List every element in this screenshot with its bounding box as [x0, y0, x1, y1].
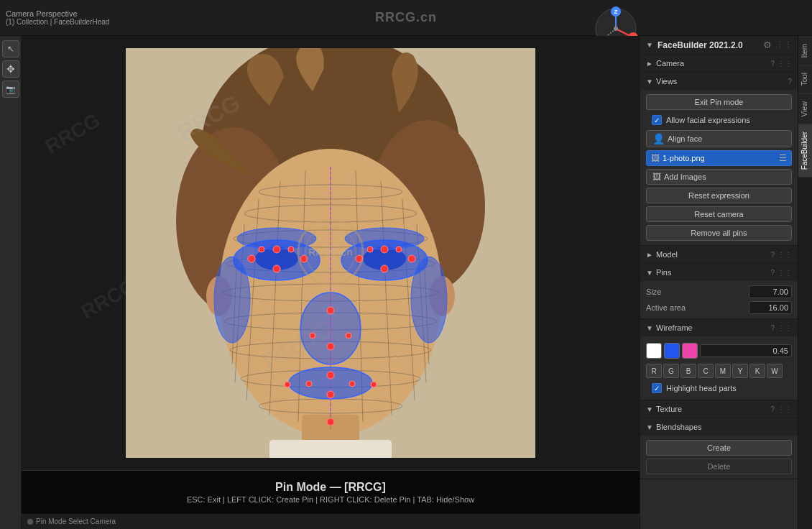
top-bar: Camera Perspective (1) Collection | Face… — [0, 0, 812, 36]
viewport: RRCG RRCG — [22, 36, 640, 529]
svg-point-45 — [289, 367, 372, 399]
pins-label: Pins — [656, 268, 767, 277]
views-header[interactable]: ▼ Views ? — [640, 73, 798, 90]
camera-header[interactable]: ► Camera ? ⋮⋮ — [640, 55, 798, 72]
svg-rect-14 — [302, 415, 359, 458]
panel-title: FaceBuilder 2021.2.0 — [658, 40, 759, 50]
alpha-input[interactable] — [700, 344, 792, 357]
svg-point-38 — [234, 240, 320, 280]
svg-rect-15 — [269, 440, 392, 458]
color-swatch-white[interactable] — [646, 343, 662, 359]
panel-dots-icon[interactable]: ⋮⋮ — [776, 40, 792, 50]
views-arrow-icon: ▼ — [646, 78, 653, 86]
channel-g[interactable]: G — [663, 364, 679, 378]
face-image-container: RRCG RRCG — [22, 36, 640, 470]
blendshapes-header[interactable]: ▼ Blendshapes — [640, 418, 798, 436]
svg-line-24 — [356, 170, 363, 422]
camera-dots-icon: ⋮⋮ — [778, 60, 792, 68]
person-icon: 👤 — [652, 133, 665, 144]
vtab-facebuilder[interactable]: FaceBuilder — [798, 124, 812, 177]
image-row[interactable]: 🖼 1-photo.png ☰ — [646, 150, 792, 166]
texture-header[interactable]: ▼ Texture ? ⋮⋮ — [640, 400, 798, 418]
viewport-canvas: RRCG RRCG — [22, 36, 640, 470]
active-area-label: Active area — [646, 301, 746, 314]
channel-m[interactable]: M — [715, 364, 731, 378]
svg-point-71 — [327, 418, 334, 426]
image-menu-icon[interactable]: ☰ — [779, 153, 787, 163]
svg-line-26 — [402, 199, 415, 400]
face-mockup[interactable]: RRCG RRCG — [126, 48, 535, 458]
camera-section: ► Camera ? ⋮⋮ — [640, 55, 798, 73]
delete-blendshape-button[interactable]: Delete — [646, 459, 792, 474]
svg-point-42 — [237, 228, 316, 249]
texture-help-icon[interactable]: ? — [770, 405, 775, 413]
svg-point-29 — [259, 185, 402, 199]
pins-header[interactable]: ▼ Pins ? ⋮⋮ — [640, 264, 798, 281]
wireframe-help-icon[interactable]: ? — [770, 324, 775, 332]
channel-k[interactable]: K — [749, 364, 765, 378]
svg-point-70 — [285, 382, 290, 387]
channel-b[interactable]: B — [680, 364, 696, 378]
svg-point-31 — [234, 230, 428, 247]
create-blendshape-button[interactable]: Create — [646, 440, 792, 456]
svg-point-33 — [223, 284, 438, 301]
svg-point-53 — [259, 247, 264, 252]
model-section: ► Model ? ⋮⋮ — [640, 246, 798, 264]
svg-line-21 — [246, 199, 259, 400]
wireframe-header[interactable]: ▼ Wireframe ? ⋮⋮ — [640, 319, 798, 336]
color-row — [646, 341, 792, 361]
wireframe-section: ▼ Wireframe ? ⋮⋮ R G B C M Y — [640, 319, 798, 400]
svg-point-40 — [255, 247, 298, 270]
color-swatch-blue[interactable] — [664, 343, 680, 359]
status-bar: Pin Mode Select Camera — [22, 513, 640, 529]
panel-collapse-arrow[interactable]: ▼ — [646, 41, 653, 49]
views-help-icon[interactable]: ? — [788, 78, 792, 86]
cursor-tool[interactable]: ↖ — [2, 40, 19, 58]
vtab-item[interactable]: Item — [798, 36, 812, 65]
vtab-view[interactable]: View — [798, 93, 812, 124]
svg-line-20 — [269, 181, 280, 415]
gear-icon[interactable]: ⚙ — [763, 40, 772, 50]
channel-c[interactable]: C — [698, 364, 714, 378]
channel-r[interactable]: R — [646, 364, 662, 378]
vtab-tool[interactable]: Tool — [798, 65, 812, 93]
svg-point-46 — [214, 257, 250, 343]
texture-section: ▼ Texture ? ⋮⋮ — [640, 400, 798, 418]
pins-dots-icon: ⋮⋮ — [778, 269, 792, 277]
allow-facial-expressions-checkbox[interactable] — [652, 115, 662, 125]
model-help-icon[interactable]: ? — [770, 251, 775, 259]
blendshapes-content: Create Delete — [640, 436, 798, 479]
reset-expression-button[interactable]: Reset expression — [646, 188, 792, 203]
pins-section: ▼ Pins ? ⋮⋮ Size Active area — [640, 264, 798, 319]
color-swatch-pink[interactable] — [682, 343, 698, 359]
align-face-button[interactable]: Align face — [668, 134, 785, 143]
wireframe-label: Wireframe — [656, 323, 767, 332]
svg-line-23 — [232, 253, 237, 364]
svg-text:RRCG: RRCG — [258, 313, 338, 377]
remove-all-pins-button[interactable]: Remove all pins — [646, 225, 792, 241]
size-row: Size — [646, 285, 792, 298]
watermark-top: RRCG.cn — [375, 10, 437, 25]
channel-y[interactable]: Y — [732, 364, 748, 378]
camera-tool[interactable]: 📷 — [2, 80, 19, 98]
exit-pin-mode-button[interactable]: Exit Pin mode — [646, 94, 792, 110]
svg-point-37 — [259, 399, 402, 413]
svg-point-47 — [411, 257, 447, 343]
pins-help-icon[interactable]: ? — [770, 269, 775, 277]
blendshapes-arrow-icon: ▼ — [646, 423, 653, 431]
model-header[interactable]: ► Model ? ⋮⋮ — [640, 246, 798, 263]
move-tool[interactable]: ✥ — [2, 60, 19, 78]
reset-camera-button[interactable]: Reset camera — [646, 206, 792, 222]
svg-point-64 — [327, 343, 334, 350]
svg-point-60 — [396, 247, 402, 252]
svg-point-63 — [346, 333, 351, 339]
active-area-input[interactable] — [749, 301, 792, 314]
camera-help-icon[interactable]: ? — [770, 60, 775, 68]
size-input[interactable] — [749, 285, 792, 298]
svg-line-22 — [235, 224, 244, 382]
highlight-head-checkbox[interactable] — [652, 383, 662, 393]
perspective-label: Camera Perspective — [6, 9, 109, 18]
right-panel: ▼ FaceBuilder 2021.2.0 ⚙ ⋮⋮ ► Camera ? ⋮… — [640, 36, 798, 529]
add-images-button[interactable]: Add Images — [664, 172, 785, 181]
channel-w[interactable]: W — [767, 364, 783, 378]
